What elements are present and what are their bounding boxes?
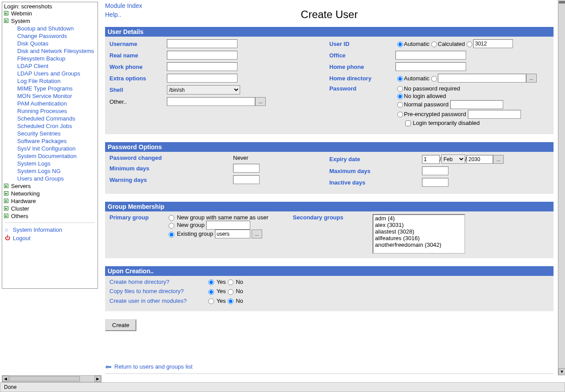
sidebar-item-pam-authentication[interactable]: PAM Authentication (3, 100, 97, 107)
userid-automatic-radio[interactable]: Automatic (396, 41, 429, 47)
maxdays-input[interactable] (422, 166, 448, 175)
sidebar-logout[interactable]: ⏻Logout (3, 234, 97, 242)
primary-newgroup-radio[interactable]: New group (167, 221, 293, 230)
pwd-tempdis-checkbox[interactable]: Login temporarily disabled (396, 120, 521, 126)
sidebar-item-system-logs-ng[interactable]: System Logs NG (3, 167, 97, 175)
mindays-input[interactable] (233, 164, 260, 173)
label-password: Password (329, 85, 396, 92)
return-link[interactable]: ⬅ Return to users and groups list (105, 362, 554, 374)
expiry-month-select[interactable]: Feb (441, 155, 465, 164)
chevron-left-icon[interactable]: ◀ (2, 376, 9, 382)
expiry-browse-button[interactable]: ... (493, 155, 504, 164)
newgroup-input[interactable] (206, 221, 250, 230)
copyfiles-yes-radio[interactable]: Yes (207, 288, 226, 294)
secondary-group-option[interactable]: alex (3031) (373, 222, 464, 228)
sidebar-item-scheduled-cron-jobs[interactable]: Scheduled Cron Jobs (3, 122, 97, 130)
chevron-down-icon[interactable]: ▼ (558, 368, 565, 375)
vertical-scrollbar[interactable]: ▼ (558, 0, 565, 375)
sidebar-cat-others[interactable]: ▸Others (3, 212, 97, 220)
copyfiles-no-radio[interactable]: No (226, 288, 243, 294)
sidebar-cat-cluster[interactable]: ▸Cluster (3, 205, 97, 212)
chevron-right-icon[interactable]: ▶ (94, 376, 101, 382)
expiry-year-input[interactable] (467, 155, 493, 164)
sidebar-item-system-logs[interactable]: System Logs (3, 160, 97, 167)
label-extra: Extra options (109, 75, 167, 82)
sidebar-item-mon-service-monitor[interactable]: MON Service Monitor (3, 92, 97, 100)
homedir-input[interactable] (438, 74, 526, 83)
existing-group-input[interactable] (215, 230, 250, 238)
label-secondary-groups: Secondary groups (293, 214, 373, 254)
userid-calculated-radio[interactable]: Calculated (429, 41, 465, 47)
secondary-group-option[interactable]: anotherfreedomain (3042) (373, 241, 464, 248)
sidebar-item-security-sentries[interactable]: Security Sentries (3, 130, 97, 137)
shell-select[interactable]: /bin/sh (167, 85, 240, 94)
username-input[interactable] (167, 39, 237, 48)
sidebar-cat-system[interactable]: ▸System (3, 17, 97, 25)
pwd-nologin-radio[interactable]: No login allowed (396, 93, 521, 99)
sidebar-item-running-processes[interactable]: Running Processes (3, 107, 97, 115)
sidebar-cat-servers[interactable]: ▸Servers (3, 182, 97, 190)
create-button[interactable]: Create (105, 319, 136, 331)
secondary-groups-select[interactable]: adm (4)alex (3031)aliastest (3028)allfea… (373, 214, 465, 254)
createhome-no-radio[interactable]: No (226, 279, 243, 285)
homephone-input[interactable] (396, 62, 466, 71)
homedir-custom-radio[interactable] (429, 75, 438, 82)
expiry-day-input[interactable] (422, 155, 440, 164)
sidebar-item-disk-and-network-filesystems[interactable]: Disk and Network Filesystems (3, 47, 97, 55)
sidebar-item-change-passwords[interactable]: Change Passwords (3, 32, 97, 40)
sidebar-item-scheduled-commands[interactable]: Scheduled Commands (3, 115, 97, 122)
othermod-no-radio[interactable]: No (226, 298, 243, 304)
sidebar-item-sysv-init-configuration[interactable]: SysV Init Configuration (3, 145, 97, 152)
sidebar-item-system-documentation[interactable]: System Documentation (3, 152, 97, 160)
othermod-yes-radio[interactable]: Yes (207, 298, 226, 304)
inactive-input[interactable] (422, 178, 448, 187)
label-mindays: Minimum days (109, 165, 233, 172)
extra-input[interactable] (167, 74, 237, 83)
secondary-group-option[interactable]: adm (4) (373, 215, 464, 222)
sidebar-item-users-and-groups[interactable]: Users and Groups (3, 175, 97, 182)
sidebar-item-disk-quotas[interactable]: Disk Quotas (3, 40, 97, 47)
sidebar-item-mime-type-programs[interactable]: MIME Type Programs (3, 85, 97, 92)
sidebar-item-filesystem-backup[interactable]: Filesystem Backup (3, 55, 97, 62)
secondary-group-option[interactable]: allfeatures (3016) (373, 235, 464, 241)
login-label: Login: screenshots (3, 3, 97, 10)
userid-custom-radio[interactable] (465, 41, 473, 47)
sidebar-item-software-packages[interactable]: Software Packages (3, 137, 97, 145)
homedir-automatic-radio[interactable]: Automatic (396, 75, 429, 82)
pwd-normal-radio[interactable]: Normal password (396, 100, 521, 109)
primary-newsame-radio[interactable]: New group with same name as user (167, 214, 293, 221)
pwd-normal-input[interactable] (450, 100, 503, 109)
horizontal-scrollbar[interactable]: ◀ ▶ (2, 375, 102, 382)
section-header: User Details (105, 27, 554, 37)
createhome-yes-radio[interactable]: Yes (207, 279, 226, 285)
pwd-preenc-input[interactable] (468, 110, 521, 119)
realname-input[interactable] (167, 51, 237, 60)
sidebar-item-ldap-users-and-groups[interactable]: LDAP Users and Groups (3, 70, 97, 77)
sidebar-cat-hardware[interactable]: ▸Hardware (3, 197, 97, 205)
homedir-browse-button[interactable]: ... (526, 74, 537, 83)
label-createhome: Create home directory? (109, 279, 207, 285)
label-workphone: Work phone (109, 64, 167, 70)
primary-existing-radio[interactable]: Existing group ... (167, 230, 293, 238)
warndays-input[interactable] (233, 175, 260, 184)
sidebar-cat-webmin[interactable]: ▸Webmin (3, 10, 97, 17)
sidebar-item-bootup-and-shutdown[interactable]: Bootup and Shutdown (3, 25, 97, 32)
sidebar-cat-networking[interactable]: ▸Networking (3, 190, 97, 197)
sidebar-item-ldap-client[interactable]: LDAP Client (3, 62, 97, 70)
other-browse-button[interactable]: ... (255, 97, 266, 106)
office-input[interactable] (396, 51, 466, 60)
workphone-input[interactable] (167, 62, 237, 71)
section-header: Upon Creation.. (105, 266, 554, 276)
userid-input[interactable] (473, 39, 513, 48)
pwd-none-radio[interactable]: No password required (396, 85, 521, 92)
existing-group-browse-button[interactable]: ... (252, 230, 262, 238)
power-icon: ⏻ (5, 235, 10, 241)
label-inactive: Inactive days (329, 179, 422, 186)
other-shell-input[interactable] (167, 97, 255, 106)
pwd-preenc-radio[interactable]: Pre-encrypted password (396, 110, 521, 119)
sidebar-item-log-file-rotation[interactable]: Log File Rotation (3, 77, 97, 85)
sidebar-system-information[interactable]: ⌂System Information (3, 226, 97, 234)
label-shell: Shell (109, 87, 167, 93)
label-other: Other.. (109, 98, 167, 105)
secondary-group-option[interactable]: aliastest (3028) (373, 228, 464, 235)
